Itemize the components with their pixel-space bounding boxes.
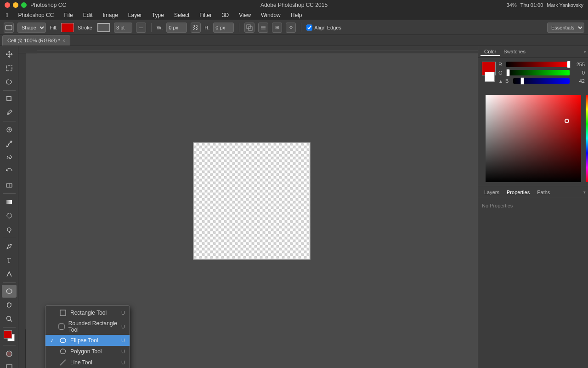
settings-icon[interactable]: ⚙ — [286, 23, 296, 33]
blur-tool[interactable] — [2, 209, 17, 222]
menu-layer[interactable]: Layer — [126, 11, 144, 19]
svg-line-19 — [10, 320, 12, 322]
shape-tool-context-menu: Rectangle Tool U Rounded Rectangle Tool — [45, 305, 130, 368]
no-properties-text: No Properties — [478, 198, 588, 213]
rgb-sliders: R 255 G 0 — [498, 62, 585, 86]
eraser-tool[interactable] — [2, 178, 17, 191]
hand-tool[interactable] — [2, 299, 17, 311]
path-align-icon[interactable] — [258, 23, 268, 33]
tab-title: Cell @ 100% (RGB/8) * — [7, 38, 60, 43]
maximize-button[interactable] — [21, 2, 27, 8]
menu-help[interactable]: Help — [288, 11, 305, 19]
svg-point-14 — [7, 228, 11, 231]
move-tool[interactable] — [2, 48, 17, 61]
dodge-tool[interactable] — [2, 223, 17, 236]
tab-paths[interactable]: Paths — [533, 189, 554, 196]
ctx-polygon-tool[interactable]: Polygon Tool U — [45, 346, 130, 357]
g-slider-thumb[interactable] — [506, 69, 510, 76]
align-edges-checkbox[interactable] — [306, 23, 312, 33]
color-picker-gradient[interactable] — [486, 95, 581, 182]
datetime: Thu 01:00 — [520, 2, 543, 8]
menu-photoshop[interactable]: Photoshop CC — [16, 11, 56, 19]
eyedropper-tool[interactable] — [2, 106, 17, 119]
marquee-tool[interactable] — [2, 62, 17, 75]
fill-color-box[interactable] — [61, 23, 74, 32]
svg-point-18 — [6, 316, 11, 321]
document-tab[interactable]: Cell @ 100% (RGB/8) * × — [2, 35, 70, 46]
crop-tool[interactable] — [2, 92, 17, 105]
foreground-color[interactable] — [4, 330, 12, 339]
tab-color[interactable]: Color — [481, 48, 500, 56]
ellipse-tool-icon — [59, 337, 67, 344]
b-slider-thumb[interactable] — [520, 77, 524, 85]
menu-image[interactable]: Image — [100, 11, 120, 19]
svg-marker-29 — [60, 349, 66, 354]
link-icon[interactable]: ⛓ — [191, 23, 201, 33]
history-brush-tool[interactable] — [2, 165, 17, 178]
color-sliders: R 255 G 0 — [478, 58, 588, 93]
b-value: 42 — [572, 78, 585, 84]
g-slider[interactable] — [506, 70, 570, 75]
menu-window[interactable]: Window — [259, 11, 283, 19]
zoom-tool[interactable] — [2, 312, 17, 325]
menu-select[interactable]: Select — [172, 11, 192, 19]
tab-layers[interactable]: Layers — [481, 189, 503, 196]
hue-strip[interactable] — [586, 95, 588, 182]
line-tool-icon — [59, 359, 67, 366]
workspace-select[interactable]: Essentials — [547, 23, 584, 33]
tab-properties[interactable]: Properties — [503, 189, 533, 196]
svg-point-15 — [8, 245, 9, 246]
stroke-solid-icon[interactable]: — — [136, 23, 146, 33]
path-arrange-icon[interactable]: ⊞ — [272, 23, 282, 33]
b-slider[interactable] — [513, 78, 570, 84]
menu-3d[interactable]: 3D — [220, 11, 231, 19]
align-edges-option: Align Edges — [306, 23, 341, 33]
menu-filter[interactable]: Filter — [197, 11, 214, 19]
main-canvas[interactable]: Rectangle Tool U Rounded Rectangle Tool — [26, 53, 478, 368]
w-label: W: — [157, 25, 163, 30]
background-swatch[interactable] — [485, 72, 495, 82]
tab-swatches[interactable]: Swatches — [500, 48, 529, 56]
ctx-ellipse-tool[interactable]: ✓ Ellipse Tool U — [45, 335, 130, 346]
color-panel-collapse[interactable]: ▾ — [584, 50, 586, 54]
gradient-tool[interactable] — [2, 196, 17, 208]
height-input[interactable] — [213, 23, 234, 33]
color-chips[interactable] — [2, 329, 17, 343]
tool-mode-select[interactable]: Shape Path Pixels — [17, 23, 46, 33]
r-slider[interactable] — [506, 62, 570, 67]
checker-pattern — [193, 142, 311, 259]
quick-mask-mode[interactable] — [2, 347, 17, 360]
path-selection-tool[interactable] — [2, 268, 17, 281]
stroke-color-box[interactable] — [97, 23, 110, 32]
screen-mode[interactable] — [2, 361, 17, 368]
svg-point-7 — [8, 113, 9, 114]
r-slider-thumb[interactable] — [567, 61, 571, 68]
clone-stamp-tool[interactable] — [2, 151, 17, 164]
menu-file[interactable]: File — [62, 11, 75, 19]
toolbar-sep-5 — [3, 282, 16, 283]
ctx-rectangle-left: Rectangle Tool — [50, 309, 107, 316]
ctx-rectangle-tool[interactable]: Rectangle Tool U — [45, 307, 130, 318]
menu-type[interactable]: Type — [150, 11, 166, 19]
bottom-panel-collapse[interactable]: ▾ — [583, 190, 586, 195]
menu-edit[interactable]: Edit — [81, 11, 95, 19]
lasso-tool[interactable] — [2, 75, 17, 88]
tab-close-button[interactable]: × — [62, 38, 65, 43]
path-ops-icon[interactable] — [244, 23, 254, 33]
menu-apple[interactable]:  — [4, 11, 10, 19]
type-tool[interactable]: T — [2, 254, 17, 267]
shape-tool[interactable] — [2, 285, 17, 298]
ctx-rounded-rectangle-tool[interactable]: Rounded Rectangle Tool U — [45, 318, 130, 335]
menu-view[interactable]: View — [237, 11, 253, 19]
divider-2 — [239, 23, 239, 32]
stroke-width-input[interactable] — [114, 23, 132, 33]
left-toolbar: T — [0, 46, 18, 368]
width-input[interactable] — [166, 23, 187, 33]
ctx-line-tool[interactable]: Line Tool U — [45, 357, 130, 368]
close-button[interactable] — [5, 2, 10, 8]
pen-tool[interactable] — [2, 240, 17, 253]
align-edges-label: Align Edges — [314, 25, 341, 30]
healing-brush-tool[interactable] — [2, 123, 17, 136]
minimize-button[interactable] — [13, 2, 18, 8]
brush-tool[interactable] — [2, 137, 17, 150]
